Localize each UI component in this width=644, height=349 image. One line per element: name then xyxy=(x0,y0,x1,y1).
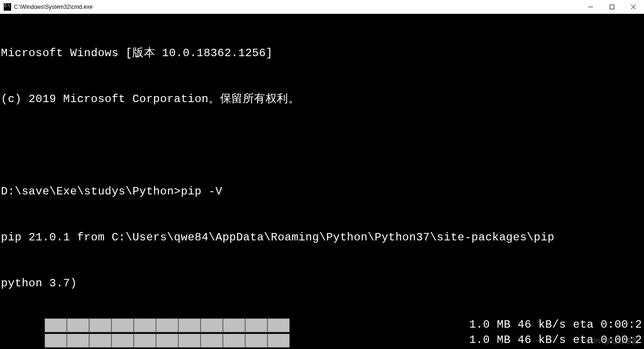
progress-cell xyxy=(267,318,290,332)
download-progress-text: 1.0 MB 46 kB/s eta 0:00:2 xyxy=(469,332,642,348)
progress-cell xyxy=(67,334,89,348)
terminal-line xyxy=(1,138,644,153)
progress-cell xyxy=(267,334,290,348)
progress-cell xyxy=(134,334,156,348)
cmd-icon xyxy=(4,3,11,11)
progress-cell xyxy=(111,334,134,348)
download-progress-bar xyxy=(45,318,290,332)
window-titlebar: C:\Windows\System32\cmd.exe xyxy=(0,0,644,14)
progress-cell xyxy=(89,334,111,348)
download-progress-text: 1.0 MB 46 kB/s eta 0:00:2 xyxy=(469,317,642,332)
terminal-line: pip 21.0.1 from C:\Users\qwe84\AppData\R… xyxy=(1,230,644,245)
terminal-line: Microsoft Windows [版本 10.0.18362.1256] xyxy=(1,45,644,61)
minimize-button[interactable] xyxy=(580,0,601,14)
terminal-line: (c) 2019 Microsoft Corporation。保留所有权利。 xyxy=(1,91,644,107)
progress-cell xyxy=(134,318,156,332)
progress-cell xyxy=(178,318,201,332)
progress-cell xyxy=(245,318,267,332)
progress-cell xyxy=(156,334,178,348)
maximize-button[interactable] xyxy=(601,0,623,14)
progress-cell xyxy=(89,318,111,332)
progress-cell xyxy=(245,334,267,348)
progress-cell xyxy=(201,318,223,332)
window-title: C:\Windows\System32\cmd.exe xyxy=(14,4,580,10)
close-button[interactable] xyxy=(623,0,644,14)
progress-cell xyxy=(178,334,201,348)
progress-cell xyxy=(223,334,245,348)
svg-rect-1 xyxy=(610,5,614,9)
progress-cell xyxy=(111,318,134,332)
progress-cell xyxy=(67,318,89,332)
terminal-line: python 3.7) xyxy=(1,276,644,291)
progress-cell xyxy=(45,334,67,348)
terminal-line: D:\save\Exe\studys\Python>pip -V xyxy=(1,184,644,199)
progress-cell xyxy=(201,334,223,348)
progress-cell xyxy=(156,318,178,332)
download-progress-bar xyxy=(45,334,290,348)
terminal-output[interactable]: Microsoft Windows [版本 10.0.18362.1256] (… xyxy=(0,14,644,349)
progress-cell xyxy=(223,318,245,332)
progress-cell xyxy=(45,318,67,332)
